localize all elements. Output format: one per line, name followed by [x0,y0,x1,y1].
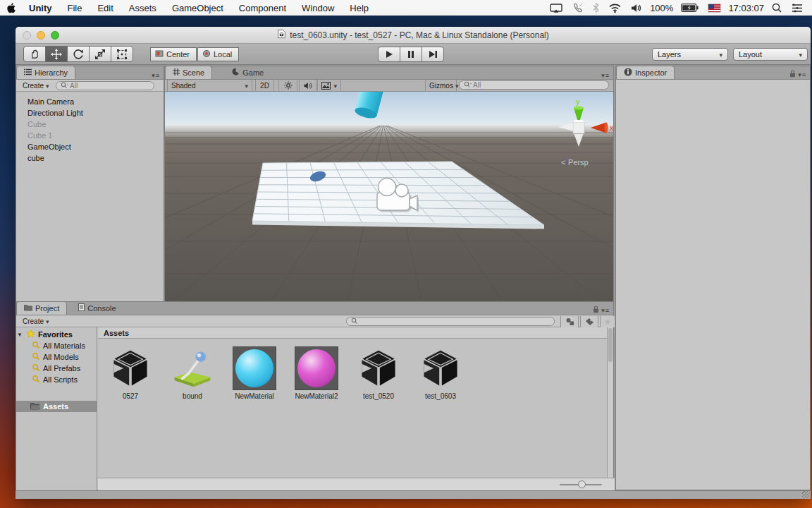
asset-newmaterial2[interactable]: NewMaterial2 [290,346,343,400]
asset-0527[interactable]: 0527 [104,346,157,400]
favorite-all-models[interactable]: All Models [16,351,97,363]
menu-help[interactable]: Help [342,0,376,16]
hierarchy-item-cube-1[interactable]: Cube 1 [16,130,164,141]
tab-project-label: Project [35,304,59,313]
scene-lighting-button[interactable] [278,80,297,91]
tool-rect-button[interactable] [111,46,133,62]
tool-rotate-button[interactable] [67,46,90,62]
asset-bound[interactable]: bound [166,346,219,400]
menu-gameobject[interactable]: GameObject [164,0,231,16]
tab-project[interactable]: Project [16,301,67,315]
project-panel-menu[interactable]: ▾≡ [593,306,613,315]
scene-panel-menu[interactable]: ▾≡ [601,72,613,79]
asset-test-0603[interactable]: test_0603 [414,346,467,400]
slider-knob[interactable] [578,480,586,488]
hierarchy-item-main-camera[interactable]: Main Camera [16,96,164,107]
pivot-local-label: Local [214,50,232,59]
window-zoom-button[interactable] [51,31,59,40]
project-create-label: Create [23,318,44,325]
scene-effects-dropdown[interactable] [317,80,341,91]
layout-dropdown[interactable]: Layout [733,48,808,61]
hierarchy-panel-menu[interactable]: ▾≡ [152,72,164,79]
favorite-all-prefabs[interactable]: All Prefabs [16,363,97,374]
sidebar-assets-folder[interactable]: Assets [16,401,97,412]
menu-window[interactable]: Window [294,0,342,16]
chevron-down-icon [245,82,248,90]
hierarchy-search-input[interactable]: All [56,81,154,90]
project-create-button[interactable]: Create [19,317,53,326]
notification-center-icon[interactable] [789,0,805,16]
favorite-all-materials[interactable]: All Materials [16,340,97,351]
apple-menu[interactable] [0,0,21,16]
menu-edit[interactable]: Edit [90,0,121,16]
search-by-type-button[interactable] [560,316,579,327]
search-by-label-button[interactable] [580,316,598,327]
step-button[interactable] [422,47,444,62]
foldout-triangle-icon[interactable]: ▼ [16,332,23,338]
airplay-icon[interactable] [548,0,565,16]
material-sphere-magenta [297,349,336,387]
menu-bar-clock[interactable]: 17:03:07 [728,3,764,13]
menu-file[interactable]: File [60,0,90,16]
asset-newmaterial[interactable]: NewMaterial [228,346,281,400]
toggle-2d-button[interactable]: 2D [255,80,274,91]
scene-3d-viewport[interactable]: y x < Persp [165,92,613,303]
tab-hierarchy[interactable]: Hierarchy [16,66,75,79]
tab-game[interactable]: Game [225,66,271,79]
window-minimize-button[interactable] [37,31,45,40]
asset-test-0520[interactable]: test_0520 [352,346,405,400]
tool-scale-button[interactable] [89,46,111,62]
hierarchy-search-placeholder: All [70,82,78,90]
pivot-center-button[interactable]: Center [150,47,197,61]
tab-console[interactable]: Console [71,301,123,315]
favorites-star-button[interactable] [600,316,615,327]
window-title-bar[interactable]: test_0603.unity - test_0527 - PC, Mac & … [16,27,811,44]
wifi-icon[interactable] [607,0,623,16]
inspector-panel-menu[interactable]: ▾≡ [789,70,810,79]
hierarchy-item-directional-light[interactable]: Directional Light [16,107,164,119]
bound-asset-icon [170,346,215,391]
icon-size-slider[interactable] [560,484,602,485]
chevron-down-icon [455,82,459,90]
projection-mode-toggle[interactable]: < Persp [561,158,589,167]
menu-assets[interactable]: Assets [121,0,164,16]
input-language-flag-icon[interactable] [706,0,722,16]
window-close-button[interactable] [23,31,31,40]
tool-hand-button[interactable] [23,46,46,62]
scene-search-input[interactable]: All [459,80,609,90]
lock-icon[interactable] [593,306,599,315]
resize-grip[interactable] [802,491,809,498]
play-button[interactable] [378,47,400,62]
pause-button[interactable] [400,47,422,62]
project-search-input[interactable] [346,317,555,326]
lock-icon[interactable] [789,70,796,79]
inspector-panel: Inspector ▾≡ [615,66,811,490]
pivot-local-button[interactable]: Local [197,47,239,61]
favorites-group[interactable]: ▼ Favorites [16,329,97,340]
hierarchy-item-gameobject[interactable]: GameObject [16,141,164,152]
chevron-down-icon [719,50,722,59]
menu-unity[interactable]: Unity [21,0,60,16]
shading-mode-dropdown[interactable]: Shaded [167,80,252,91]
hierarchy-create-button[interactable]: Create [19,81,53,90]
unity-file-icon [418,346,463,391]
favorite-all-scripts[interactable]: All Scripts [16,374,97,385]
tab-scene[interactable]: Scene [165,66,212,79]
bluetooth-icon[interactable] [591,0,601,16]
tool-move-button[interactable] [45,46,68,62]
gizmos-dropdown[interactable]: Gizmos [425,80,457,91]
project-scrollbar[interactable] [607,327,613,490]
layers-dropdown[interactable]: Layers [652,48,728,61]
tab-inspector[interactable]: Inspector [616,66,675,79]
assets-breadcrumb[interactable]: Assets [98,327,608,339]
hierarchy-item-cube[interactable]: Cube [16,119,164,130]
inspector-info-icon [624,68,632,78]
spotlight-search-icon[interactable] [770,0,784,16]
battery-percent: 100% [650,3,673,13]
menu-component[interactable]: Component [231,0,294,16]
hierarchy-item-cube-lower[interactable]: cube [16,152,164,164]
scene-audio-button[interactable] [299,80,316,91]
volume-icon[interactable] [629,0,644,16]
window-title: test_0603.unity - test_0527 - PC, Mac & … [290,30,549,40]
phone-icon[interactable] [570,0,585,16]
